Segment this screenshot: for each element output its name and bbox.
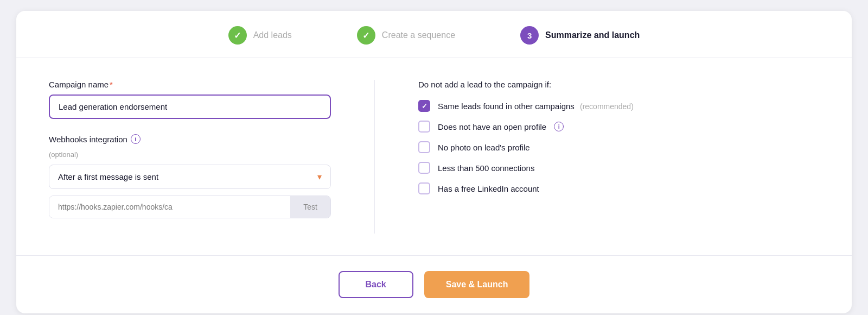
campaign-name-label: Campaign name* [49, 80, 331, 89]
left-panel: Campaign name* Webhooks integration i (o… [49, 80, 331, 234]
right-panel-title: Do not add a lead to the campaign if: [418, 80, 819, 89]
step-create-sequence: ✓ Create a sequence [357, 26, 455, 45]
step3-label: Summarize and launch [545, 30, 640, 40]
step1-check-icon: ✓ [234, 30, 241, 41]
back-button[interactable]: Back [339, 271, 413, 298]
checkbox-same-leads-label: Same leads found in other campaigns (rec… [438, 102, 634, 111]
checkbox-less-500[interactable] [418, 162, 430, 174]
stepper: ✓ Add leads ✓ Create a sequence 3 Summar… [16, 11, 852, 58]
checkbox-free-linkedin[interactable] [418, 182, 430, 194]
checkbox-less-500-label: Less than 500 connections [438, 163, 534, 173]
right-panel: Do not add a lead to the campaign if: ✓ … [418, 80, 819, 234]
webhooks-trigger-value: After a first message is sent [58, 172, 158, 181]
webhooks-trigger-display[interactable]: After a first message is sent ▾ [49, 165, 331, 189]
recommended-badge: (recommended) [580, 102, 634, 111]
list-item: Less than 500 connections [418, 162, 819, 174]
checkbox-no-open-profile[interactable] [418, 121, 430, 133]
checkbox-no-open-profile-label: Does not have an open profile [438, 122, 546, 131]
webhooks-optional: (optional) [49, 150, 78, 159]
list-item: Has a free LinkedIn account [418, 182, 819, 194]
checkbox-same-leads[interactable]: ✓ [418, 100, 430, 112]
step1-label: Add leads [253, 30, 292, 40]
webhooks-info-icon[interactable]: i [131, 134, 141, 144]
list-item: No photo on lead's profile [418, 141, 819, 153]
checkmark-icon: ✓ [422, 102, 427, 110]
webhook-url-row: Test [49, 196, 331, 218]
step3-number: 3 [527, 31, 532, 40]
test-button[interactable]: Test [290, 196, 330, 218]
webhooks-label: Webhooks integration [49, 135, 127, 144]
checkbox-list: ✓ Same leads found in other campaigns (r… [418, 100, 819, 194]
open-profile-info-icon[interactable]: i [554, 122, 564, 131]
step-summarize-launch: 3 Summarize and launch [520, 26, 640, 45]
footer: Back Save & Launch [16, 255, 852, 313]
required-mark: * [110, 80, 113, 89]
step2-check-icon: ✓ [362, 30, 369, 41]
step2-label: Create a sequence [382, 30, 455, 40]
checkbox-no-photo-label: No photo on lead's profile [438, 143, 530, 152]
step1-circle: ✓ [228, 26, 247, 45]
step3-circle: 3 [520, 26, 539, 45]
campaign-name-group: Campaign name* [49, 80, 331, 119]
webhooks-trigger-select[interactable]: After a first message is sent ▾ [49, 165, 331, 189]
checkbox-no-photo[interactable] [418, 141, 430, 153]
checkbox-free-linkedin-label: Has a free LinkedIn account [438, 184, 539, 193]
chevron-down-icon: ▾ [317, 172, 322, 182]
list-item: Does not have an open profile i [418, 121, 819, 133]
main-card: ✓ Add leads ✓ Create a sequence 3 Summar… [16, 11, 852, 313]
step-add-leads: ✓ Add leads [228, 26, 292, 45]
main-content: Campaign name* Webhooks integration i (o… [16, 58, 852, 255]
step2-circle: ✓ [357, 26, 375, 45]
webhook-url-input[interactable] [49, 196, 290, 218]
campaign-name-input[interactable] [49, 94, 331, 119]
list-item: ✓ Same leads found in other campaigns (r… [418, 100, 819, 112]
vertical-divider [374, 80, 375, 234]
save-launch-button[interactable]: Save & Launch [424, 271, 530, 298]
webhooks-group: Webhooks integration i (optional) After … [49, 134, 331, 218]
